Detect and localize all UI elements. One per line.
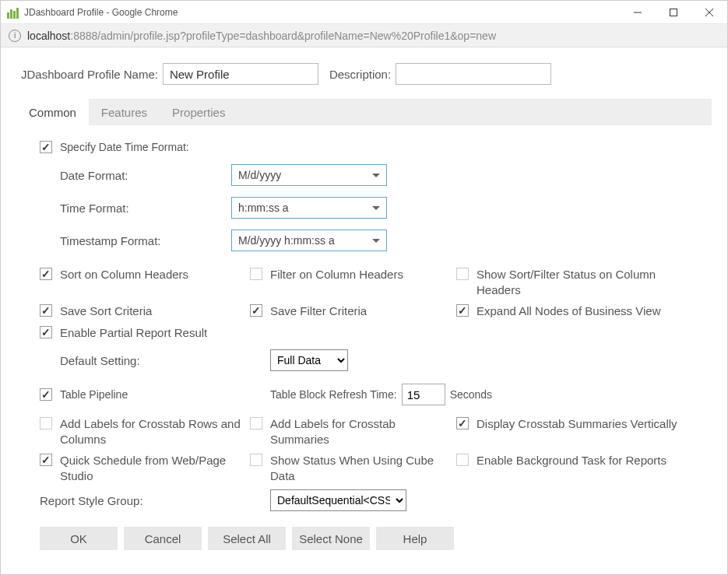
tab-properties[interactable]: Properties [160,99,237,125]
enable-bg-checkbox[interactable] [456,454,469,466]
display-vertically-label: Display Crosstab Summaries Vertically [477,416,677,432]
select-all-button[interactable]: Select All [208,527,286,550]
filter-on-headers-label: Filter on Column Headers [270,267,403,282]
time-format-value: h:mm:ss a [238,202,289,214]
default-setting-select[interactable]: Full Data [270,349,348,371]
chevron-down-icon [372,239,380,243]
enable-bg-label: Enable Background Task for Reports [477,453,666,468]
enable-partial-checkbox[interactable] [40,326,52,338]
button-row: OK Cancel Select All Select None Help [40,527,704,550]
add-labels-rows-label: Add Labels for Crosstab Rows and Columns [60,416,250,447]
show-sort-filter-checkbox[interactable] [456,268,469,280]
description-input[interactable] [396,63,551,85]
sort-on-headers-checkbox[interactable] [40,268,52,280]
style-group-label: Report Style Group: [40,494,270,507]
specify-datetime-checkbox[interactable] [40,141,52,153]
date-format-combo[interactable]: M/d/yyyy [231,164,387,186]
style-group-select[interactable]: DefaultSequential<CSS> [270,489,406,511]
expand-nodes-checkbox[interactable] [456,304,469,317]
time-format-combo[interactable]: h:mm:ss a [231,197,387,219]
show-sort-filter-label: Show Sort/Filter Status on Column Header… [477,267,682,297]
show-status-cube-label: Show Status When Using Cube Data [270,453,456,483]
refresh-time-input[interactable] [402,384,445,405]
tabs: Common Features Properties [16,99,712,125]
add-labels-rows-checkbox[interactable] [40,417,52,429]
quick-schedule-label: Quick Schedule from Web/Page Studio [60,453,250,483]
sort-on-headers-label: Sort on Column Headers [60,267,188,282]
save-sort-label: Save Sort Criteria [60,303,152,319]
app-icon [7,6,19,19]
select-none-button[interactable]: Select None [292,527,370,550]
info-icon[interactable]: i [9,30,21,42]
enable-partial-label: Enable Partial Report Result [60,325,207,341]
close-button[interactable] [691,1,727,24]
url-host: localhost [27,30,70,42]
tab-features[interactable]: Features [89,99,160,125]
profile-header-row: JDashboard Profile Name: Description: [16,63,712,85]
default-setting-label: Default Setting: [40,354,270,367]
refresh-time-label: Table Block Refresh Time: [270,388,397,401]
add-labels-summaries-checkbox[interactable] [250,417,262,429]
timestamp-format-value: M/d/yyyy h:mm:ss a [238,234,335,247]
profile-name-label: JDashboard Profile Name: [21,68,158,81]
timestamp-format-label: Timestamp Format: [60,234,231,247]
refresh-unit-label: Seconds [450,388,492,401]
date-format-value: M/d/yyyy [238,169,281,181]
filter-on-headers-checkbox[interactable] [250,268,262,280]
table-pipeline-checkbox[interactable] [40,388,52,401]
timestamp-format-combo[interactable]: M/d/yyyy h:mm:ss a [231,230,387,251]
save-filter-checkbox[interactable] [250,304,262,317]
specify-datetime-label: Specify Date Time Format: [60,141,189,153]
help-button[interactable]: Help [376,527,454,550]
window-title: JDashboard Profile - Google Chrome [24,7,178,18]
table-pipeline-label: Table Pipeline [60,388,128,401]
add-labels-summaries-label: Add Labels for Crosstab Summaries [270,416,456,447]
time-format-label: Time Format: [60,202,231,215]
window-titlebar: JDashboard Profile - Google Chrome [1,1,727,24]
expand-nodes-label: Expand All Nodes of Business View [477,303,661,319]
cancel-button[interactable]: Cancel [124,527,202,550]
minimize-icon [634,9,642,16]
description-label: Description: [329,68,391,81]
display-vertically-checkbox[interactable] [456,417,469,429]
save-filter-label: Save Filter Criteria [270,303,367,319]
date-format-label: Date Format: [60,169,231,182]
svg-rect-1 [670,9,677,16]
profile-name-input[interactable] [163,63,318,85]
maximize-icon [670,9,677,16]
address-bar[interactable]: i localhost:8888/admin/profile.jsp?profi… [1,24,727,47]
maximize-button[interactable] [656,1,691,24]
chevron-down-icon [372,206,380,210]
minimize-button[interactable] [620,1,656,24]
close-icon [705,9,713,16]
tab-common[interactable]: Common [16,99,89,125]
ok-button[interactable]: OK [40,527,118,550]
save-sort-checkbox[interactable] [40,304,52,317]
url-path: :8888/admin/profile.jsp?profileType=dash… [70,30,496,42]
chevron-down-icon [372,174,380,177]
show-status-cube-checkbox[interactable] [250,454,262,466]
quick-schedule-checkbox[interactable] [40,454,52,466]
